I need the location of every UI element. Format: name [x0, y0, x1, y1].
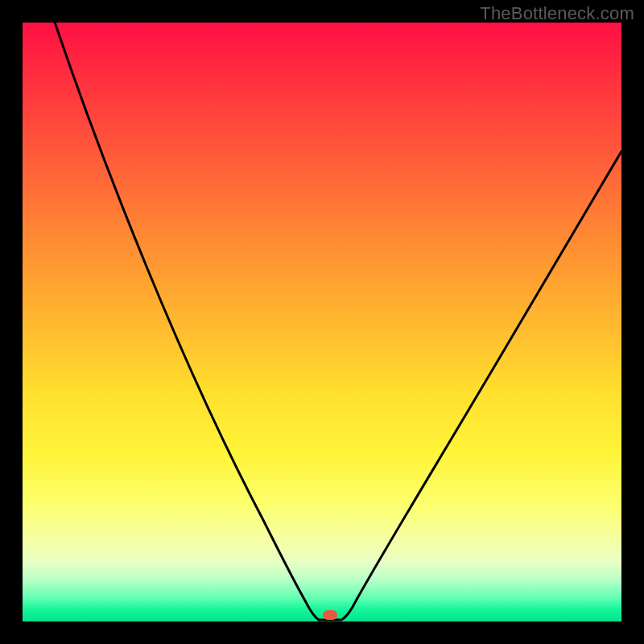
plot-area [23, 23, 621, 621]
optimum-marker [323, 610, 337, 620]
curve-path [47, 23, 621, 620]
bottleneck-curve [23, 23, 621, 621]
chart-frame: TheBottleneck.com [0, 0, 644, 644]
watermark-text: TheBottleneck.com [480, 3, 634, 24]
